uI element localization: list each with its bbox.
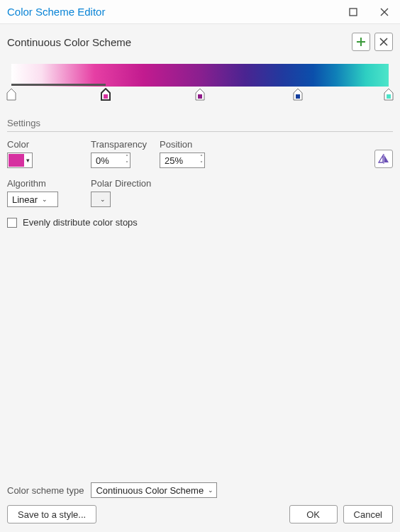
svg-rect-3 (198, 94, 202, 99)
spinner-down[interactable]: ˅ (200, 160, 203, 167)
chevron-down-icon: ⌄ (42, 196, 48, 203)
flip-scheme-button[interactable] (374, 150, 393, 168)
evenly-distribute-checkbox[interactable] (7, 218, 17, 228)
dialog-buttons-row: Save to a style... OK Cancel (7, 505, 393, 523)
position-spinner[interactable]: 25% ˄ ˅ (160, 153, 205, 168)
remove-stop-button[interactable] (374, 33, 393, 51)
color-stop[interactable] (383, 88, 394, 101)
ok-button[interactable]: OK (289, 505, 338, 523)
color-stop-rail[interactable] (11, 88, 389, 105)
spinner-up[interactable]: ˄ (126, 154, 128, 160)
color-stop[interactable] (6, 88, 17, 101)
page-title: Continuous Color Scheme (7, 36, 348, 48)
polar-direction-select[interactable]: ⌄ (91, 192, 111, 207)
scheme-type-label: Color scheme type (7, 485, 84, 496)
svg-rect-2 (104, 94, 108, 99)
window-title: Color Scheme Editor (7, 6, 338, 18)
cancel-button[interactable]: Cancel (343, 505, 393, 523)
svg-rect-4 (296, 94, 300, 99)
close-icon (380, 8, 389, 16)
color-swatch (9, 154, 24, 167)
color-stop[interactable] (194, 88, 206, 101)
transparency-value: 0% (96, 155, 126, 166)
titlebar: Color Scheme Editor (0, 0, 400, 24)
position-label: Position (160, 139, 205, 150)
transparency-field: Transparency 0% ˄ ˅ (91, 139, 147, 168)
plus-icon (356, 37, 366, 47)
scheme-type-select[interactable]: Continuous Color Scheme ⌄ (91, 482, 217, 498)
color-stop[interactable] (100, 88, 111, 101)
algorithm-value: Linear (12, 194, 38, 205)
polar-direction-field: Polar Direction ⌄ (91, 178, 151, 207)
header-row: Continuous Color Scheme (7, 33, 393, 51)
selection-indicator (11, 84, 106, 86)
position-field: Position 25% ˄ ˅ (160, 139, 205, 168)
color-stop[interactable] (292, 88, 304, 101)
settings-row-1: Color ▾ Transparency 0% ˄ ˅ Position 25%… (7, 139, 393, 168)
square-icon (349, 8, 357, 16)
save-to-style-button[interactable]: Save to a style... (7, 505, 96, 523)
spinner-down[interactable]: ˅ (126, 160, 128, 167)
chevron-down-icon: ⌄ (100, 196, 106, 203)
add-stop-button[interactable] (352, 33, 370, 51)
maximize-button[interactable] (338, 0, 369, 24)
gradient-editor (7, 64, 393, 105)
evenly-distribute-label: Evenly distribute color stops (23, 217, 138, 228)
color-picker-button[interactable]: ▾ (7, 153, 33, 168)
spinner-buttons: ˄ ˅ (200, 154, 203, 167)
algorithm-field: Algorithm Linear ⌄ (7, 178, 78, 207)
spinner-buttons: ˄ ˅ (126, 154, 128, 167)
svg-rect-1 (9, 94, 13, 99)
mirror-icon (378, 154, 389, 164)
transparency-spinner[interactable]: 0% ˄ ˅ (91, 153, 130, 168)
spinner-up[interactable]: ˄ (200, 154, 203, 160)
color-field: Color ▾ (7, 139, 78, 168)
svg-rect-5 (387, 94, 391, 99)
algorithm-select[interactable]: Linear ⌄ (7, 192, 58, 207)
divider (7, 131, 393, 132)
polar-direction-label: Polar Direction (91, 178, 151, 189)
position-value: 25% (165, 155, 200, 166)
algorithm-label: Algorithm (7, 178, 78, 189)
svg-rect-0 (350, 9, 357, 16)
evenly-distribute-row[interactable]: Evenly distribute color stops (7, 217, 393, 228)
x-icon (379, 38, 388, 46)
window-controls (338, 0, 400, 24)
scheme-type-row: Color scheme type Continuous Color Schem… (7, 482, 393, 498)
scheme-type-value: Continuous Color Scheme (96, 485, 204, 496)
color-label: Color (7, 139, 78, 150)
transparency-label: Transparency (91, 139, 147, 150)
close-button[interactable] (369, 0, 400, 24)
chevron-down-icon: ⌄ (208, 487, 213, 494)
chevron-down-icon: ▾ (24, 157, 31, 164)
settings-section-label: Settings (7, 118, 393, 128)
settings-row-2: Algorithm Linear ⌄ Polar Direction ⌄ (7, 178, 393, 207)
